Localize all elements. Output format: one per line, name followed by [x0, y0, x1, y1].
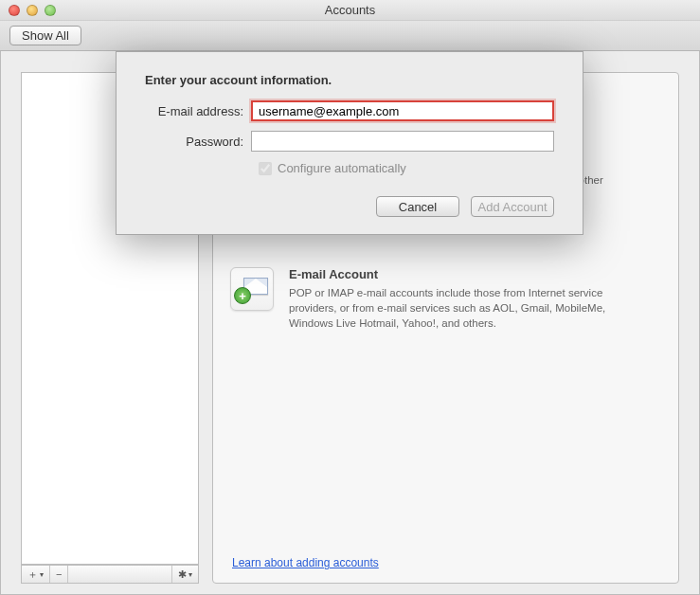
email-desc: POP or IMAP e-mail accounts include thos…	[289, 285, 630, 331]
configure-auto-checkbox[interactable]	[259, 162, 272, 175]
titlebar: Accounts	[0, 0, 700, 21]
email-label: E-mail address:	[145, 104, 251, 118]
close-window-icon[interactable]	[9, 5, 20, 16]
plus-icon: ＋	[27, 568, 38, 582]
sidebar-footer: ＋ ▾ − ✱ ▾	[21, 565, 199, 584]
zoom-window-icon[interactable]	[45, 5, 56, 16]
email-account-option[interactable]: + E-mail Account POP or IMAP e-mail acco…	[230, 267, 661, 331]
email-row: E-mail address:	[145, 100, 554, 121]
remove-account-button[interactable]: −	[50, 566, 68, 583]
sheet-heading: Enter your account information.	[145, 73, 554, 87]
minimize-window-icon[interactable]	[27, 5, 38, 16]
add-account-button[interactable]: Add Account	[471, 196, 554, 217]
minus-icon: −	[56, 568, 62, 580]
email-field[interactable]	[251, 100, 554, 121]
toolbar: Show All	[0, 21, 700, 51]
configure-auto-label: Configure automatically	[278, 161, 406, 175]
traffic-lights	[0, 5, 56, 16]
configure-auto-row: Configure automatically	[259, 161, 554, 175]
chevron-down-icon: ▾	[188, 570, 192, 579]
cancel-button[interactable]: Cancel	[376, 196, 459, 217]
window-title: Accounts	[0, 3, 700, 17]
email-title: E-mail Account	[289, 267, 630, 281]
password-field[interactable]	[251, 131, 554, 152]
chevron-down-icon: ▾	[40, 570, 44, 579]
add-account-button[interactable]: ＋ ▾	[22, 566, 50, 583]
actions-menu-button[interactable]: ✱ ▾	[171, 566, 198, 583]
accounts-window: Accounts Show All ＋ ▾ − ✱ ▾ To get start…	[0, 0, 700, 595]
password-label: Password:	[145, 135, 251, 149]
sheet-buttons: Cancel Add Account	[145, 196, 554, 217]
password-row: Password:	[145, 131, 554, 152]
gear-icon: ✱	[178, 568, 187, 581]
learn-about-accounts-link[interactable]: Learn about adding accounts	[232, 556, 379, 569]
email-text: E-mail Account POP or IMAP e-mail accoun…	[289, 267, 630, 331]
show-all-button[interactable]: Show All	[9, 26, 81, 45]
email-icon: +	[230, 267, 274, 311]
enter-account-info-sheet: Enter your account information. E-mail a…	[116, 51, 583, 235]
